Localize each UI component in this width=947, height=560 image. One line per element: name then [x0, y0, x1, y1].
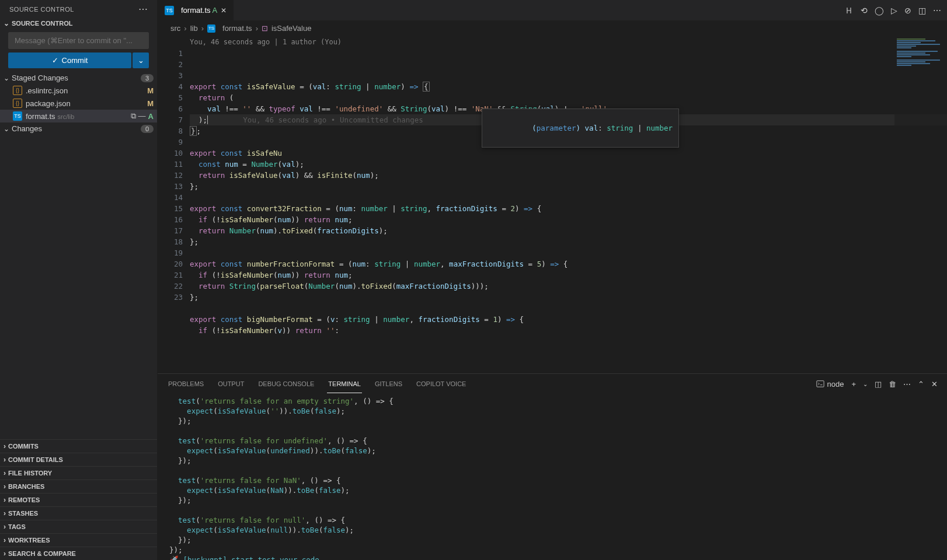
code-area[interactable]: You, 46 seconds ago | 1 author (You) (pa…: [190, 36, 947, 373]
sidebar-section-branches[interactable]: ›BRANCHES: [0, 480, 157, 493]
split-icon[interactable]: ◫: [918, 6, 926, 15]
revert-icon[interactable]: ⟲: [861, 6, 868, 15]
code-line[interactable]: export const convert32Fraction = (num: n…: [190, 203, 947, 214]
ts-file-icon: TS: [165, 6, 174, 15]
code-line[interactable]: return String(parseFloat(Number(num).toF…: [190, 281, 947, 292]
file-status: M: [147, 86, 154, 95]
commit-dropdown-button[interactable]: ⌄: [133, 52, 149, 68]
section-label: COMMITS: [8, 443, 39, 450]
sidebar-section-remotes[interactable]: ›REMOTES: [0, 493, 157, 506]
changes-header[interactable]: ⌄ Changes 0: [0, 123, 157, 135]
sidebar-section-stashes[interactable]: ›STASHES: [0, 506, 157, 520]
breadcrumb[interactable]: src › lib › TS format.ts › ⊡ isSafeValue: [158, 20, 947, 36]
minimap[interactable]: [894, 36, 947, 373]
panel-tab-gitlens[interactable]: GITLENS: [374, 380, 403, 387]
changes-count-badge: 0: [141, 125, 154, 133]
sidebar-section-commits[interactable]: ›COMMITS: [0, 439, 157, 453]
chevron-up-icon[interactable]: ⌃: [918, 380, 924, 388]
code-line[interactable]: export const bigNumberFormat = (v: strin…: [190, 314, 947, 325]
changes-label: Changes: [12, 124, 42, 133]
panel-tab-problems[interactable]: PROBLEMS: [167, 380, 205, 387]
chevron-right-icon: ›: [4, 442, 6, 450]
tab-format-ts[interactable]: TS format.ts A ✕: [158, 0, 234, 20]
file-item[interactable]: {} package.json M: [0, 97, 157, 110]
sidebar-section-search-compare[interactable]: ›SEARCH & COMPARE: [0, 547, 157, 560]
code-line[interactable]: };: [190, 181, 947, 192]
sidebar-section-commit-details[interactable]: ›COMMIT DETAILS: [0, 453, 157, 466]
file-item[interactable]: TS format.tssrc/lib ⧉— A: [0, 110, 157, 123]
panel-tab-copilot-voice[interactable]: COPILOT VOICE: [415, 380, 467, 387]
main-area: TS format.ts A ✕ ⟲ ◯ ▷ ⊘ ◫ ⋯ src › lib ›…: [158, 0, 947, 560]
run-icon[interactable]: ▷: [891, 6, 897, 15]
breadcrumb-lib[interactable]: lib: [190, 24, 198, 33]
trash-icon[interactable]: 🗑: [889, 380, 896, 388]
terminal-body[interactable]: test('returns false for an empty string'…: [158, 394, 947, 560]
code-line[interactable]: if (!isSafeNumber(v)) return '':: [190, 325, 947, 336]
terminal-process-label[interactable]: node: [816, 379, 844, 389]
terminal-name: node: [827, 380, 844, 388]
section-label: FILE HISTORY: [8, 470, 52, 477]
scm-section-label: SOURCE CONTROL: [12, 20, 73, 27]
svg-rect-0: [817, 381, 824, 387]
breadcrumb-src[interactable]: src: [170, 24, 180, 33]
code-line[interactable]: const num = Number(val);: [190, 159, 947, 170]
unstage-icon[interactable]: —: [138, 111, 146, 121]
code-line[interactable]: [190, 303, 947, 314]
breadcrumb-symbol[interactable]: isSafeValue: [271, 24, 311, 33]
more-icon[interactable]: ⋯: [138, 4, 148, 15]
split-terminal-icon[interactable]: ◫: [875, 380, 882, 388]
file-name: format.tssrc/lib: [26, 112, 131, 121]
chevron-down-icon: ⌄: [4, 19, 9, 27]
add-terminal-icon[interactable]: +: [851, 380, 856, 388]
ts-file-icon: TS: [207, 24, 215, 33]
tab-bar: TS format.ts A ✕ ⟲ ◯ ▷ ⊘ ◫ ⋯: [158, 0, 947, 20]
tab-git-status: A: [211, 6, 218, 15]
code-line[interactable]: if (!isSafeNumber(num)) return num;: [190, 270, 947, 281]
code-line[interactable]: [190, 247, 947, 258]
code-line[interactable]: export const numberFractionFormat = (num…: [190, 258, 947, 270]
chevron-right-icon: ›: [256, 24, 258, 33]
code-line[interactable]: return (: [190, 92, 947, 103]
code-line[interactable]: };: [190, 236, 947, 247]
codelens[interactable]: You, 46 seconds ago | 1 author (You): [190, 37, 947, 48]
code-line[interactable]: return Number(num).toFixed(fractionDigit…: [190, 225, 947, 236]
editor[interactable]: 1234567891011121314151617181920212223 Yo…: [158, 36, 947, 373]
symbol-icon: ⊡: [262, 24, 268, 33]
open-file-icon[interactable]: ⧉: [131, 111, 136, 121]
circle-icon[interactable]: ◯: [875, 6, 884, 15]
code-line[interactable]: };: [190, 292, 947, 303]
scm-section-header[interactable]: ⌄ SOURCE CONTROL: [0, 18, 157, 29]
sidebar-section-worktrees[interactable]: ›WORKTREES: [0, 533, 157, 547]
staged-changes-header[interactable]: ⌄ Staged Changes 3: [0, 72, 157, 84]
tab-title: format.ts: [181, 6, 211, 15]
more-icon[interactable]: ⋯: [933, 6, 941, 15]
code-line[interactable]: export const isSafeNu: [190, 148, 947, 159]
code-line[interactable]: [190, 192, 947, 203]
panel-tab-terminal[interactable]: TERMINAL: [327, 380, 362, 393]
section-label: STASHES: [8, 510, 38, 517]
terminal-dropdown-icon[interactable]: ⌄: [863, 381, 868, 387]
close-icon[interactable]: ✕: [931, 380, 938, 388]
panel-tab-debug-console[interactable]: DEBUG CONSOLE: [257, 380, 315, 387]
more-icon[interactable]: ⋯: [903, 380, 911, 388]
code-line[interactable]: return isSafeValue(val) && isFinite(num)…: [190, 170, 947, 181]
close-icon[interactable]: ✕: [221, 6, 227, 15]
file-item[interactable]: {} .eslintrc.json M: [0, 84, 157, 97]
commit-message-input[interactable]: [8, 32, 149, 49]
section-label: TAGS: [8, 523, 26, 530]
staged-count-badge: 3: [141, 74, 154, 82]
staged-label: Staged Changes: [12, 74, 68, 82]
do-not-enter-icon[interactable]: ⊘: [904, 6, 911, 15]
code-line[interactable]: if (!isSafeNumber(num)) return num;: [190, 214, 947, 225]
chevron-down-icon: ⌄: [4, 74, 9, 82]
breadcrumb-file[interactable]: format.ts: [222, 24, 252, 33]
sidebar-section-file-history[interactable]: ›FILE HISTORY: [0, 466, 157, 480]
commit-button[interactable]: ✓ Commit: [8, 52, 131, 68]
chevron-right-icon: ›: [4, 482, 6, 491]
source-control-sidebar: SOURCE CONTROL ⋯ ⌄ SOURCE CONTROL ✓ Comm…: [0, 0, 158, 560]
code-line[interactable]: export const isSafeValue = (val: string …: [190, 81, 947, 92]
sidebar-section-tags[interactable]: ›TAGS: [0, 520, 157, 533]
ts-file-icon: TS: [13, 111, 22, 121]
panel-tab-output[interactable]: OUTPUT: [217, 380, 245, 387]
compare-icon[interactable]: [844, 6, 854, 15]
